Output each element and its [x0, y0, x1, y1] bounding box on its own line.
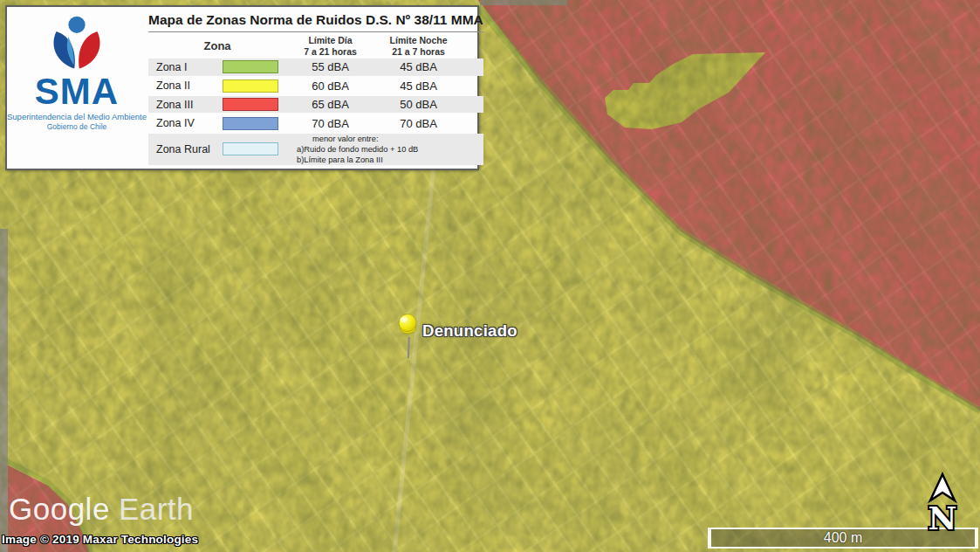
zone-1-day-limit: 55 dBA: [286, 60, 374, 73]
zone-4-night-limit: 70 dBA: [374, 117, 463, 130]
rural-note: menor valor entre: a)Ruido de fondo medi…: [286, 134, 463, 165]
legend-row-zona-3: Zona III 65 dBA 50 dBA: [148, 96, 483, 113]
sma-logo-icon: [40, 16, 113, 73]
north-label: N: [929, 500, 957, 535]
north-arrow-icon: N: [923, 472, 962, 535]
header-dia-line1: Límite Día: [286, 35, 374, 46]
google-earth-logo: GoogleEarth: [9, 492, 194, 527]
header-noche-line1: Límite Noche: [374, 35, 463, 46]
header-zona: Zona: [148, 39, 286, 52]
zone-1-night-limit: 45 dBA: [374, 60, 463, 73]
zone-4-day-limit: 70 dBA: [286, 117, 374, 130]
zone-3-day-limit: 65 dBA: [286, 98, 374, 111]
zone-2-swatch: [223, 79, 278, 93]
header-dia-line2: 7 a 21 horas: [286, 46, 374, 58]
placemark-label: Denunciado: [422, 321, 517, 341]
google-wordmark: Google: [9, 492, 110, 526]
legend-row-zona-1: Zona I 55 dBA 45 dBA: [148, 59, 483, 75]
zone-3-swatch: [223, 98, 278, 111]
sma-logo-block: SMA Superintendencia del Medio Ambiente …: [7, 7, 147, 169]
zone-rural-swatch: [223, 142, 278, 155]
header-limite-dia: Límite Día 7 a 21 horas: [286, 35, 374, 57]
zone-3-night-limit: 50 dBA: [374, 98, 463, 111]
legend-row-zona-rural: Zona Rural menor valor entre: a)Ruido de…: [148, 134, 483, 165]
legend-table: Mapa de Zonas Norma de Ruidos D.S. Nº 38…: [147, 7, 489, 169]
header-limite-noche: Límite Noche 21 a 7 horas: [374, 35, 463, 57]
zone-name: Zona IV: [148, 117, 215, 129]
google-earth-map-view[interactable]: Denunciado SMA Superintendencia del Medi…: [0, 0, 980, 552]
rural-note-line2: a)Ruido de fondo medido + 10 dB: [297, 144, 463, 155]
imagery-copyright: Image © 2019 Maxar Technologies: [2, 533, 198, 546]
zone-name: Zona Rural: [148, 143, 215, 155]
sma-government: Gobierno de Chile: [47, 122, 107, 131]
legend-header-row: Zona Límite Día 7 a 21 horas Límite Noch…: [148, 35, 483, 57]
sma-acronym: SMA: [35, 74, 119, 109]
header-noche-line2: 21 a 7 horas: [374, 46, 463, 58]
zone-name: Zona I: [148, 61, 215, 73]
zone-1-swatch: [223, 60, 278, 73]
sma-subtitle: Superintendencia del Medio Ambiente: [7, 112, 147, 121]
zone-2-night-limit: 45 dBA: [374, 79, 463, 93]
scale-bar-label: 400 m: [824, 530, 862, 546]
legend-panel: SMA Superintendencia del Medio Ambiente …: [5, 5, 479, 170]
legend-title: Mapa de Zonas Norma de Ruidos D.S. Nº 38…: [148, 10, 483, 32]
legend-row-zona-2: Zona II 60 dBA 45 dBA: [148, 78, 483, 94]
legend-row-zona-4: Zona IV 70 dBA 70 dBA: [148, 114, 483, 131]
earth-wordmark: Earth: [119, 492, 194, 526]
zone-2-day-limit: 60 dBA: [286, 79, 374, 93]
zone-name: Zona II: [148, 79, 215, 92]
zone-4-swatch: [223, 117, 278, 130]
rural-note-line3: b)Límite para la Zona III: [297, 155, 463, 165]
pin-needle: [406, 337, 411, 358]
zone-name: Zona III: [148, 99, 215, 111]
rural-note-line1: menor valor entre:: [297, 134, 463, 144]
